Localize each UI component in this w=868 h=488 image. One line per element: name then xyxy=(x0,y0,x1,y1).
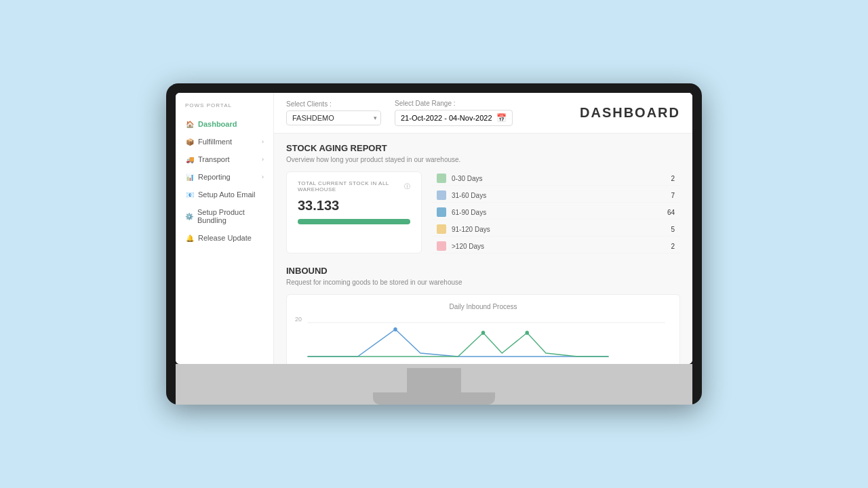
stock-aging-row: TOTAL CURRENT STOCK IN ALL WAREHOUSE ⓘ 3… xyxy=(286,171,680,253)
sidebar-item-reporting[interactable]: 📊 Reporting › xyxy=(176,168,273,186)
sidebar-label-setup-auto-email: Setup Auto Email xyxy=(198,190,255,199)
svg-point-2 xyxy=(481,331,486,335)
info-icon: ⓘ xyxy=(404,182,411,191)
sidebar: POWS PORTAL 🏠 Dashboard 📦 Fulfillment › … xyxy=(176,93,274,364)
stock-progress-bar xyxy=(298,219,410,224)
chart-area: 20 xyxy=(295,316,671,364)
clients-field: Select Clients : FASHDEMO ▾ xyxy=(286,100,381,125)
legend-color-swatch xyxy=(437,224,446,234)
release-icon: 🔔 xyxy=(185,235,194,242)
sidebar-label-dashboard: Dashboard xyxy=(198,120,237,128)
reporting-icon: 📊 xyxy=(185,174,194,181)
sidebar-label-transport: Transport xyxy=(198,155,230,163)
stock-aging-title: STOCK AGING REPORT xyxy=(286,143,680,153)
legend-color-swatch xyxy=(437,207,446,217)
legend-row: 91-120 Days 5 xyxy=(431,222,680,237)
sidebar-label-reporting: Reporting xyxy=(198,173,231,181)
inbound-subtitle: Request for incoming goods to be stored … xyxy=(286,279,680,286)
sidebar-item-release-update[interactable]: 🔔 Release Update xyxy=(176,229,273,247)
sidebar-label-setup-product-bundling: Setup Product Bundling xyxy=(197,208,264,224)
dashboard-title: DASHBOARD xyxy=(580,105,680,121)
stock-aging-section: STOCK AGING REPORT Overview how long you… xyxy=(286,143,680,253)
legend-label-text: 91-120 Days xyxy=(452,226,665,233)
chart-title: Daily Inbound Process xyxy=(295,303,671,310)
chevron-icon-reporting: › xyxy=(262,174,264,180)
monitor-neck xyxy=(407,368,461,392)
sidebar-item-setup-product-bundling[interactable]: ⚙️ Setup Product Bundling xyxy=(176,203,273,229)
bundling-icon: ⚙️ xyxy=(185,213,193,220)
date-label: Select Date Range : xyxy=(395,100,513,107)
stock-aging-subtitle: Overview how long your product stayed in… xyxy=(286,156,680,163)
date-value: 21-Oct-2022 - 04-Nov-2022 xyxy=(401,114,492,122)
legend-label-text: 61-90 Days xyxy=(452,209,662,216)
top-bar: Select Clients : FASHDEMO ▾ Select Date … xyxy=(274,93,692,134)
legend-label-text: 31-60 Days xyxy=(452,192,665,199)
sidebar-brand: POWS PORTAL xyxy=(176,102,273,115)
fulfillment-icon: 📦 xyxy=(185,138,194,146)
monitor-frame: POWS PORTAL 🏠 Dashboard 📦 Fulfillment › … xyxy=(166,83,702,405)
sidebar-item-transport[interactable]: 🚚 Transport › xyxy=(176,150,273,168)
sidebar-label-fulfillment: Fulfillment xyxy=(198,138,232,146)
legend-value-text: 7 xyxy=(671,192,675,199)
email-icon: 📧 xyxy=(185,191,194,199)
line-chart xyxy=(295,316,671,363)
main-content: Select Clients : FASHDEMO ▾ Select Date … xyxy=(274,93,692,364)
clients-label: Select Clients : xyxy=(286,100,381,108)
chevron-icon-transport: › xyxy=(262,156,264,163)
sidebar-label-release-update: Release Update xyxy=(198,234,252,242)
inbound-section: INBOUND Request for incoming goods to be… xyxy=(286,266,680,364)
stock-card-title: TOTAL CURRENT STOCK IN ALL WAREHOUSE ⓘ xyxy=(298,180,410,192)
legend-color-swatch xyxy=(437,174,446,183)
legend-row: 0-30 Days 2 xyxy=(431,171,680,186)
legend-row: 61-90 Days 64 xyxy=(431,205,680,220)
legend-value-text: 2 xyxy=(671,243,675,250)
svg-point-1 xyxy=(393,327,397,331)
stock-legend: 0-30 Days 2 31-60 Days 7 61-90 Days 64 9… xyxy=(431,171,680,253)
legend-color-swatch xyxy=(437,190,446,200)
legend-row: >120 Days 2 xyxy=(431,239,680,253)
clients-select[interactable]: FASHDEMO xyxy=(286,110,381,125)
y-axis-label: 20 xyxy=(295,316,302,323)
monitor-base xyxy=(176,364,692,405)
legend-value-text: 5 xyxy=(671,226,675,233)
monitor-screen: POWS PORTAL 🏠 Dashboard 📦 Fulfillment › … xyxy=(176,93,692,364)
stock-total-card: TOTAL CURRENT STOCK IN ALL WAREHOUSE ⓘ 3… xyxy=(286,171,422,253)
stock-card-value: 33.133 xyxy=(298,198,410,214)
legend-label-text: >120 Days xyxy=(452,243,665,250)
sidebar-item-setup-auto-email[interactable]: 📧 Setup Auto Email xyxy=(176,186,273,203)
legend-row: 31-60 Days 7 xyxy=(431,188,680,203)
transport-icon: 🚚 xyxy=(185,156,194,163)
date-range-input[interactable]: 21-Oct-2022 - 04-Nov-2022 📅 xyxy=(395,110,513,126)
inbound-title: INBOUND xyxy=(286,266,680,276)
svg-point-3 xyxy=(525,331,529,335)
inbound-chart-box: Daily Inbound Process 20 xyxy=(286,294,680,364)
monitor-foot xyxy=(373,392,495,405)
legend-color-swatch xyxy=(437,241,446,251)
sidebar-item-dashboard[interactable]: 🏠 Dashboard xyxy=(176,115,273,133)
legend-label-text: 0-30 Days xyxy=(452,175,665,182)
chevron-icon-fulfillment: › xyxy=(262,138,264,145)
date-range-field: Select Date Range : 21-Oct-2022 - 04-Nov… xyxy=(395,100,513,126)
home-icon: 🏠 xyxy=(185,121,194,128)
content-area: STOCK AGING REPORT Overview how long you… xyxy=(274,134,692,364)
calendar-icon[interactable]: 📅 xyxy=(496,113,507,123)
legend-value-text: 64 xyxy=(667,209,675,216)
legend-value-text: 2 xyxy=(671,175,675,182)
clients-select-wrap: FASHDEMO ▾ xyxy=(286,110,381,125)
sidebar-item-fulfillment[interactable]: 📦 Fulfillment › xyxy=(176,133,273,150)
